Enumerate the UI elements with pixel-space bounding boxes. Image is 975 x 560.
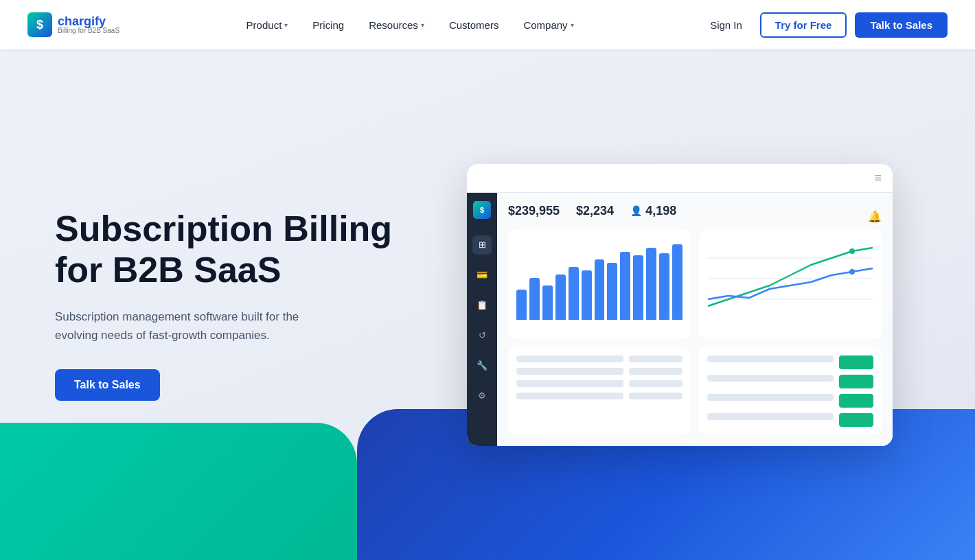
dashboard-sidebar: $ ⊞ 💳 📋 ↺ 🔧 ⚙ (467, 193, 497, 446)
navbar: $ chargify Billing for B2B SaaS Product … (0, 0, 975, 49)
users-icon: 👤 (630, 205, 642, 216)
nav-links: Product ▾ Pricing Resources ▾ Customers … (237, 14, 584, 36)
bar-chart (516, 237, 682, 320)
nav-customers[interactable]: Customers (439, 14, 509, 36)
table-action-cell (839, 355, 873, 369)
chevron-down-icon: ▾ (421, 21, 424, 29)
bar (529, 278, 540, 320)
table-cell (629, 368, 682, 375)
hero-subtitle: Subscription management software built f… (55, 307, 316, 345)
nav-actions: Sign In Try for Free Talk to Sales (700, 12, 948, 38)
dashboard-topbar: ≡ (467, 164, 893, 193)
logo-tagline: Billing for B2B SaaS (58, 27, 119, 34)
table-row (707, 375, 873, 388)
hero-cta-button[interactable]: Talk to Sales (55, 369, 160, 401)
bar-chart-box (508, 229, 691, 339)
chevron-down-icon: ▾ (284, 21, 288, 29)
sidebar-icon-billing[interactable]: 💳 (472, 266, 492, 285)
table-cell (516, 368, 623, 375)
sidebar-icon-dashboard[interactable]: ⊞ (472, 235, 492, 255)
bar (659, 253, 669, 320)
dashboard-tables (508, 347, 882, 435)
nav-resources[interactable]: Resources ▾ (359, 14, 434, 36)
table-cell (707, 413, 834, 420)
dashboard-body: $ ⊞ 💳 📋 ↺ 🔧 ⚙ $239,955 $2,234 (467, 193, 893, 446)
bar (646, 248, 656, 320)
table-row (516, 380, 682, 387)
table-cell (707, 375, 834, 382)
dashboard-stats: $239,955 $2,234 👤 4,198 (508, 204, 676, 218)
bell-icon[interactable]: 🔔 (868, 210, 882, 223)
bar (607, 263, 617, 320)
bar (516, 290, 527, 320)
bar (582, 270, 592, 320)
bar (555, 275, 566, 320)
svg-point-4 (849, 269, 855, 275)
table-action-cell (839, 413, 873, 427)
table-row (707, 394, 873, 408)
table-rows (707, 355, 873, 427)
table-row (516, 368, 682, 375)
line-chart-box (699, 229, 882, 339)
table-cell (516, 355, 623, 362)
table-row (516, 393, 682, 399)
sidebar-icon-reports[interactable]: 📋 (472, 296, 492, 315)
table-cell (707, 394, 834, 401)
dashboard-charts (508, 229, 882, 339)
talk-sales-nav-button[interactable]: Talk to Sales (855, 12, 948, 38)
table-action-cell (839, 394, 873, 408)
bar (569, 267, 579, 320)
nav-pricing[interactable]: Pricing (303, 14, 354, 36)
hero-title: Subscription Billing for B2B SaaS (55, 209, 412, 291)
sidebar-icon-tools[interactable]: 🔧 (472, 356, 492, 375)
stat-users: 👤 4,198 (630, 204, 676, 218)
table-cell (707, 355, 834, 362)
hamburger-icon: ≡ (874, 171, 882, 185)
dashboard-mockup: ≡ $ ⊞ 💳 📋 ↺ 🔧 ⚙ $23 (467, 164, 893, 446)
right-table (699, 347, 882, 435)
hero-dashboard: ≡ $ ⊞ 💳 📋 ↺ 🔧 ⚙ $23 (439, 164, 920, 446)
bar (620, 252, 630, 320)
table-cell (516, 393, 623, 399)
hero-section: Subscription Billing for B2B SaaS Subscr… (0, 49, 975, 560)
wave-teal (0, 423, 357, 560)
bar (542, 285, 553, 320)
table-cell (629, 380, 682, 387)
sidebar-icon-settings[interactable]: ⚙ (472, 386, 492, 406)
chevron-down-icon: ▾ (571, 21, 574, 29)
nav-company[interactable]: Company ▾ (514, 14, 583, 36)
nav-product[interactable]: Product ▾ (237, 14, 298, 36)
table-cell (629, 355, 682, 362)
table-row (707, 355, 873, 369)
line-chart (707, 237, 873, 320)
stat-mrr: $2,234 (576, 204, 614, 218)
logo[interactable]: $ chargify Billing for B2B SaaS (27, 12, 119, 37)
hero-content: Subscription Billing for B2B SaaS Subscr… (55, 209, 412, 401)
dashboard-stats-row: $239,955 $2,234 👤 4,198 🔔 (508, 204, 882, 229)
table-action-cell (839, 375, 873, 388)
table-rows (516, 355, 682, 399)
try-free-button[interactable]: Try for Free (760, 12, 847, 38)
table-cell (516, 380, 623, 387)
table-row (707, 413, 873, 427)
table-cell (629, 393, 682, 399)
sign-in-button[interactable]: Sign In (700, 14, 752, 36)
stat-revenue: $239,955 (508, 204, 560, 218)
left-table (508, 347, 691, 435)
dashboard-main: $239,955 $2,234 👤 4,198 🔔 (497, 193, 893, 446)
bar (672, 244, 682, 320)
sidebar-icon-history[interactable]: ↺ (472, 326, 492, 345)
bar (595, 259, 605, 320)
dashboard-logo: $ (473, 201, 491, 219)
table-row (516, 355, 682, 362)
bar (633, 255, 643, 320)
logo-icon: $ (27, 12, 52, 37)
svg-point-3 (849, 248, 855, 254)
logo-name: chargify (58, 15, 119, 27)
